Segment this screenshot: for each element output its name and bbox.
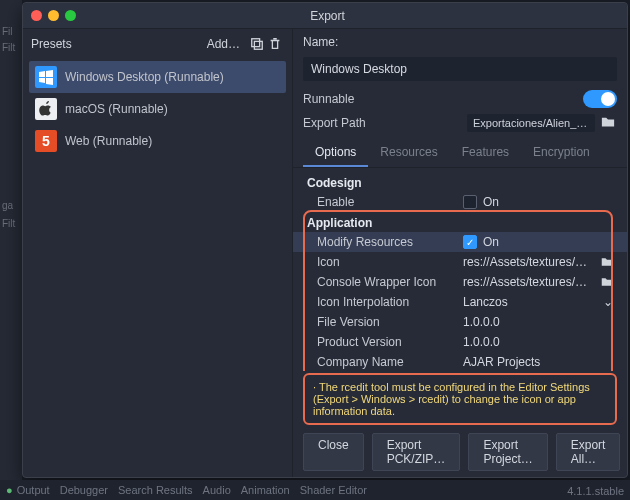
- icon-label: Icon: [317, 255, 455, 269]
- section-application: Application: [293, 212, 627, 232]
- presets-label: Presets: [31, 37, 207, 51]
- titlebar: Export: [23, 3, 627, 29]
- bottom-tab-debugger[interactable]: Debugger: [60, 484, 108, 496]
- bottom-tab-output[interactable]: Output: [6, 484, 50, 496]
- preset-label: Web (Runnable): [65, 134, 152, 148]
- folder-icon[interactable]: [601, 115, 617, 131]
- svg-rect-0: [254, 41, 262, 49]
- svg-rect-1: [252, 39, 260, 47]
- export-project-button[interactable]: Export Project…: [468, 433, 547, 471]
- bottom-tab-search[interactable]: Search Results: [118, 484, 193, 496]
- version-label: 4.1.1.stable: [567, 485, 624, 497]
- chevron-down-icon[interactable]: ⌄: [603, 295, 613, 309]
- bottom-tab-animation[interactable]: Animation: [241, 484, 290, 496]
- export-pck-zip-button[interactable]: Export PCK/ZIP…: [372, 433, 461, 471]
- modify-resources-checkbox[interactable]: ✓: [463, 235, 477, 249]
- html5-icon: 5: [35, 130, 57, 152]
- icon-interpolation-label: Icon Interpolation: [317, 295, 455, 309]
- preset-windows[interactable]: Windows Desktop (Runnable): [29, 61, 286, 93]
- icon-interpolation-dropdown[interactable]: Lanczos: [463, 295, 597, 309]
- add-preset-button[interactable]: Add…: [207, 37, 240, 51]
- options-scroll[interactable]: Codesign Enable On Application Modify Re…: [293, 168, 627, 371]
- product-version-field[interactable]: 1.0.0.0: [463, 335, 613, 349]
- delete-preset-icon[interactable]: [266, 35, 284, 53]
- bottom-tab-audio[interactable]: Audio: [203, 484, 231, 496]
- tab-encryption[interactable]: Encryption: [521, 139, 602, 167]
- product-version-label: Product Version: [317, 335, 455, 349]
- preset-macos[interactable]: macOS (Runnable): [29, 93, 286, 125]
- console-wrapper-icon-label: Console Wrapper Icon: [317, 275, 455, 289]
- close-button[interactable]: Close: [303, 433, 364, 471]
- export-dialog: Export Presets Add… Windows Deskto: [22, 2, 628, 478]
- runnable-label: Runnable: [303, 92, 459, 106]
- preset-label: macOS (Runnable): [65, 102, 168, 116]
- file-version-label: File Version: [317, 315, 455, 329]
- codesign-enable-label: Enable: [317, 195, 455, 209]
- bottom-tab-shader[interactable]: Shader Editor: [300, 484, 367, 496]
- rcedit-warning: · The rcedit tool must be configured in …: [303, 373, 617, 425]
- tabs: Options Resources Features Encryption: [293, 139, 627, 168]
- folder-icon[interactable]: [601, 276, 613, 288]
- icon-field[interactable]: res://Assets/textures/ALIE: [463, 255, 595, 269]
- settings-panel: Name: Windows Desktop Runnable Export Pa…: [293, 29, 627, 477]
- editor-bottom-tabs: Output Debugger Search Results Audio Ani…: [0, 480, 630, 500]
- folder-icon[interactable]: [601, 256, 613, 268]
- tab-features[interactable]: Features: [450, 139, 521, 167]
- dialog-title: Export: [36, 9, 619, 23]
- preset-web[interactable]: 5 Web (Runnable): [29, 125, 286, 157]
- name-label: Name:: [293, 29, 627, 55]
- runnable-toggle[interactable]: [583, 90, 617, 108]
- modify-resources-label: Modify Resources: [317, 235, 455, 249]
- codesign-enable-checkbox[interactable]: [463, 195, 477, 209]
- duplicate-preset-icon[interactable]: [248, 35, 266, 53]
- company-name-label: Company Name: [317, 355, 455, 369]
- tab-options[interactable]: Options: [303, 139, 368, 167]
- console-wrapper-icon-field[interactable]: res://Assets/textures/AJA: [463, 275, 595, 289]
- export-all-button[interactable]: Export All…: [556, 433, 621, 471]
- company-name-field[interactable]: AJAR Projects: [463, 355, 613, 369]
- preset-label: Windows Desktop (Runnable): [65, 70, 224, 84]
- tab-resources[interactable]: Resources: [368, 139, 449, 167]
- name-field[interactable]: Windows Desktop: [303, 57, 617, 81]
- windows-icon: [35, 66, 57, 88]
- export-path-field[interactable]: Exportaciones/Alien_Invasio: [467, 114, 595, 132]
- editor-bg-labels: Fil Filt ga Filt: [0, 0, 22, 500]
- file-version-field[interactable]: 1.0.0.0: [463, 315, 613, 329]
- presets-panel: Presets Add… Windows Desktop (Runnable): [23, 29, 293, 477]
- apple-icon: [35, 98, 57, 120]
- section-codesign: Codesign: [293, 172, 627, 192]
- export-path-label: Export Path: [303, 116, 459, 130]
